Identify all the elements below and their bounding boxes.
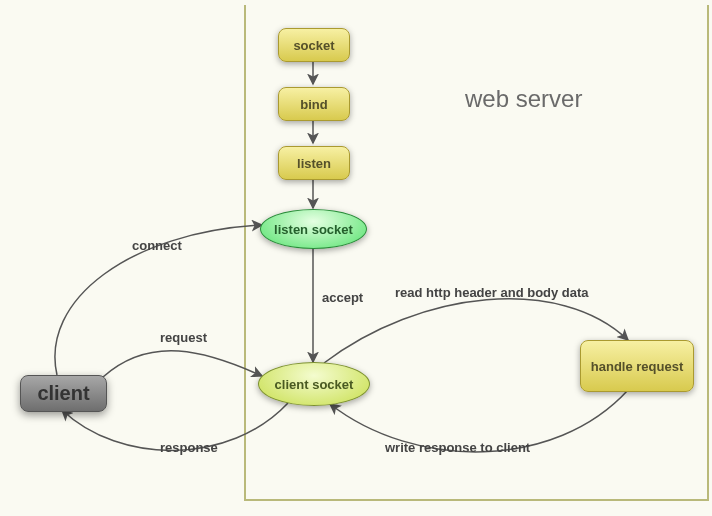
diagram-canvas: { "title": "web server", "nodes": { "soc… <box>0 0 712 516</box>
node-listen-socket-label: listen socket <box>274 222 353 237</box>
node-handle-request: handle request <box>580 340 694 392</box>
server-boundary <box>245 5 708 500</box>
node-listen-label: listen <box>297 156 331 171</box>
label-read: read http header and body data <box>395 285 589 300</box>
label-response: response <box>160 440 218 455</box>
arrows-layer <box>0 0 712 516</box>
node-bind-label: bind <box>300 97 327 112</box>
label-connect: connect <box>132 238 182 253</box>
label-request: request <box>160 330 207 345</box>
edge-request <box>103 351 262 377</box>
node-client: client <box>20 375 107 412</box>
label-accept: accept <box>322 290 363 305</box>
node-socket: socket <box>278 28 350 62</box>
node-handle-request-label: handle request <box>591 359 683 374</box>
label-write: write response to client <box>385 440 530 455</box>
node-listen-socket: listen socket <box>260 209 367 249</box>
node-bind: bind <box>278 87 350 121</box>
server-title: web server <box>465 85 582 113</box>
node-listen: listen <box>278 146 350 180</box>
node-client-socket-label: client socket <box>275 377 354 392</box>
node-socket-label: socket <box>293 38 334 53</box>
node-client-label: client <box>37 382 89 405</box>
node-client-socket: client socket <box>258 362 370 406</box>
